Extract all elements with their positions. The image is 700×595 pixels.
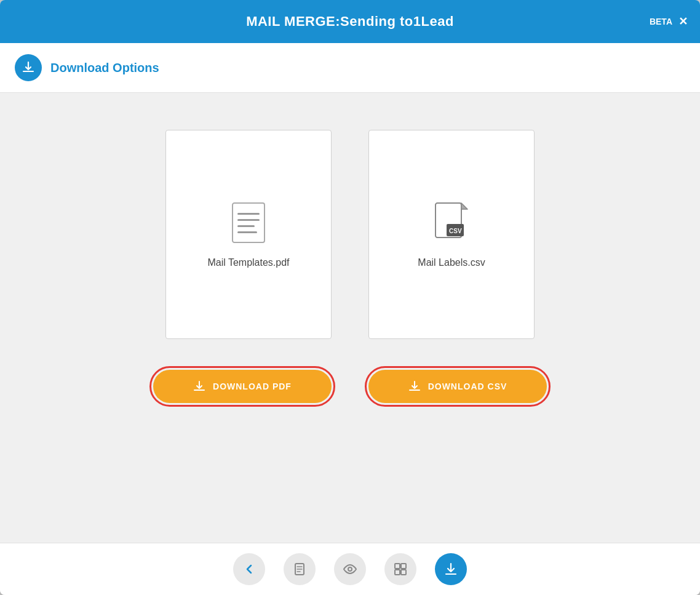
section-header: Download Options: [0, 43, 700, 93]
download-circle-icon: [15, 54, 42, 81]
download-pdf-button[interactable]: DOWNLOAD PDF: [153, 370, 332, 403]
download-pdf-icon: [193, 380, 205, 393]
download-csv-label: DOWNLOAD CSV: [428, 381, 507, 391]
svg-rect-10: [395, 564, 400, 569]
svg-rect-3: [237, 225, 255, 227]
download-csv-button[interactable]: DOWNLOAD CSV: [368, 370, 547, 403]
csv-file-icon: CSV: [433, 201, 470, 245]
modal-container: MAIL MERGE:Sending to1Lead BETA ✕ Downlo…: [0, 0, 700, 595]
pdf-card: Mail Templates.pdf: [165, 130, 332, 339]
svg-text:CSV: CSV: [449, 228, 462, 234]
svg-rect-0: [233, 203, 264, 242]
csv-card: CSV Mail Labels.csv: [368, 130, 535, 339]
modal-header: MAIL MERGE:Sending to1Lead BETA ✕: [0, 0, 700, 43]
layout-icon: [393, 562, 408, 577]
title-main: MAIL MERGE:: [246, 14, 340, 29]
pdf-filename: Mail Templates.pdf: [207, 257, 289, 268]
download-nav-icon: [443, 562, 458, 577]
buttons-row: DOWNLOAD PDF DOWNLOAD CSV: [153, 370, 547, 403]
nav-preview-button[interactable]: [334, 553, 366, 585]
svg-rect-1: [237, 213, 260, 215]
back-icon: [242, 562, 257, 577]
footer-nav: [0, 543, 700, 595]
title-suffix: Sending to1Lead: [340, 14, 454, 29]
svg-rect-4: [237, 231, 257, 233]
doc-icon: [292, 562, 307, 577]
cards-row: Mail Templates.pdf CSV Mail Labels.csv: [165, 130, 535, 339]
csv-filename: Mail Labels.csv: [418, 257, 485, 268]
svg-rect-13: [401, 570, 406, 575]
section-title: Download Options: [50, 61, 159, 75]
download-pdf-label: DOWNLOAD PDF: [213, 381, 292, 391]
nav-doc-button[interactable]: [284, 553, 316, 585]
header-right: BETA ✕: [650, 15, 688, 28]
nav-download-button[interactable]: [435, 553, 467, 585]
svg-rect-12: [395, 570, 400, 575]
content-area: Mail Templates.pdf CSV Mail Labels.csv: [0, 93, 700, 543]
svg-rect-11: [401, 564, 406, 569]
svg-point-9: [348, 567, 352, 571]
nav-back-button[interactable]: [233, 553, 265, 585]
svg-rect-2: [237, 219, 260, 221]
pdf-file-icon: [230, 201, 267, 245]
beta-label: BETA: [650, 17, 672, 26]
preview-icon: [343, 562, 357, 577]
modal-title: MAIL MERGE:Sending to1Lead: [246, 14, 454, 30]
close-button[interactable]: ✕: [678, 15, 688, 28]
nav-layout-button[interactable]: [384, 553, 416, 585]
download-csv-icon: [408, 380, 421, 393]
